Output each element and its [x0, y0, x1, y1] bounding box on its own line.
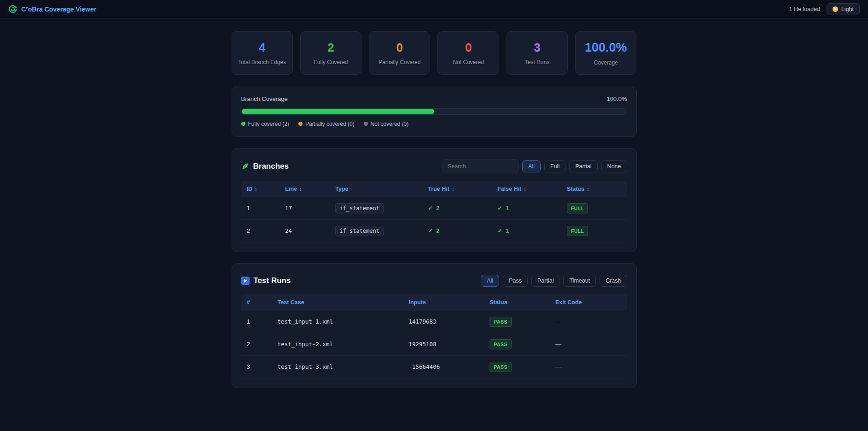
branch-line: 17 [280, 197, 330, 220]
run-inputs: 14179683 [403, 311, 484, 333]
sort-icon: ↕ [524, 186, 526, 192]
test-runs-panel-title: Test Runs [241, 276, 291, 285]
legend-dot-orange [298, 122, 303, 126]
stat-value: 4 [236, 41, 289, 54]
column-header-type: Type [330, 181, 422, 197]
run-exit-code: — [550, 311, 627, 333]
play-icon [241, 277, 250, 285]
test-runs-table: # Test Case Inputs Status Exit Code 1 te… [241, 294, 627, 378]
branch-id: 1 [241, 197, 280, 220]
coverage-bar-fill [242, 109, 434, 114]
branches-filter-full[interactable]: Full [544, 160, 565, 172]
run-exit-code: — [550, 355, 627, 378]
sort-icon: ↕ [255, 186, 257, 192]
column-label: Exit Code [555, 299, 582, 306]
branches-title-text: Branches [253, 162, 289, 171]
branches-filter-all[interactable]: All [522, 160, 541, 172]
logo-icon [8, 5, 17, 14]
column-header-id[interactable]: ID↕ [241, 181, 280, 197]
branch-type-chip: if_statement [335, 203, 384, 213]
run-status-badge: PASS [489, 317, 511, 327]
column-label: Type [335, 186, 348, 192]
run-test-case: test_input-3.xml [272, 355, 403, 378]
sort-icon: ↕ [452, 186, 454, 192]
sort-icon: ↕ [299, 186, 302, 192]
branches-search-input[interactable] [443, 159, 518, 173]
run-inputs: -15664406 [403, 355, 484, 378]
branch-id: 2 [241, 219, 280, 242]
run-test-case: test_input-1.xml [272, 311, 403, 333]
legend-dot-gray [364, 122, 368, 126]
runs-filter-crash[interactable]: Crash [600, 275, 627, 287]
column-label: Test Case [278, 299, 304, 306]
file-status: 1 file loaded [789, 6, 820, 12]
branches-filter-none[interactable]: None [601, 160, 627, 172]
column-label: Line [285, 186, 297, 192]
branches-filter-partial[interactable]: Partial [569, 160, 597, 172]
legend-label: Partially covered (0) [305, 121, 355, 127]
column-header-true-hit[interactable]: True Hit↕ [422, 181, 492, 197]
runs-filter-pass[interactable]: Pass [503, 275, 528, 287]
run-number: 2 [241, 333, 272, 355]
stat-label: Fully Covered [304, 59, 357, 65]
runs-filter-partial[interactable]: Partial [531, 275, 559, 287]
column-label: Status [567, 186, 584, 192]
status-badge: FULL [567, 226, 588, 236]
stat-value: 2 [304, 41, 357, 54]
branch-line: 24 [280, 219, 330, 242]
stat-card-test-runs: 3 Test Runs [507, 31, 568, 75]
stat-label: Partially Covered [373, 59, 426, 65]
theme-toggle-button[interactable]: Light [827, 3, 860, 15]
stat-value: 3 [511, 41, 564, 54]
branches-panel-title: Branches [241, 162, 289, 171]
column-label: False Hit [497, 186, 521, 192]
legend-item-not-covered: Not covered (0) [364, 121, 409, 127]
column-label: # [247, 299, 250, 306]
column-header-inputs: Inputs [403, 294, 484, 311]
main-content: 4 Total Branch Edges 2 Fully Covered 0 P… [232, 18, 637, 407]
false-hit-count: 1 [506, 227, 509, 234]
test-runs-panel: Test Runs All Pass Partial Timeout Crash… [232, 263, 637, 388]
legend-label: Fully covered (2) [248, 121, 289, 127]
column-header-exit-code: Exit Code [550, 294, 627, 311]
coverage-percent: 100.0% [606, 95, 627, 102]
stat-label: Test Runs [511, 59, 564, 65]
column-label: True Hit [428, 186, 449, 192]
branch-coverage-panel: Branch Coverage 100.0% Fully covered (2)… [232, 86, 637, 137]
branches-table: ID↕ Line↕ Type True Hit↕ False Hit↕ [241, 181, 627, 242]
run-number: 3 [241, 355, 272, 378]
stat-value: 100.0% [579, 41, 632, 55]
stat-value: 0 [442, 41, 495, 54]
check-icon: ✓ [497, 227, 502, 234]
test-run-row: 1 test_input-1.xml 14179683 PASS — [241, 311, 627, 333]
column-header-false-hit[interactable]: False Hit↕ [492, 181, 561, 197]
stat-card-not-covered: 0 Not Covered [437, 31, 499, 75]
branch-type-chip: if_statement [335, 226, 384, 236]
column-header-line[interactable]: Line↕ [280, 181, 330, 197]
check-icon: ✓ [428, 227, 433, 234]
legend-item-partially-covered: Partially covered (0) [298, 121, 355, 127]
column-label: Inputs [408, 299, 426, 306]
column-label: ID [247, 186, 253, 192]
column-header-status: Status [484, 294, 549, 311]
check-icon: ✓ [428, 205, 433, 212]
run-inputs: 19295108 [403, 333, 484, 355]
stat-card-fully-covered: 2 Fully Covered [300, 31, 361, 75]
runs-filter-all[interactable]: All [481, 275, 499, 287]
column-header-status[interactable]: Status↕ [561, 181, 627, 197]
stat-label: Total Branch Edges [236, 59, 289, 65]
check-icon: ✓ [497, 205, 502, 212]
coverage-bar-track [241, 108, 627, 115]
runs-filter-timeout[interactable]: Timeout [563, 275, 596, 287]
app-title: C²oBra Coverage Viewer [21, 6, 96, 13]
run-status-badge: PASS [489, 362, 511, 372]
column-header-test-case: Test Case [272, 294, 403, 311]
branch-row: 1 17 if_statement ✓2 ✓1 FULL [241, 197, 627, 220]
run-number: 1 [241, 311, 272, 333]
stat-value: 0 [373, 41, 426, 54]
stat-label: Coverage [579, 59, 632, 66]
sun-icon [833, 6, 838, 12]
branch-row: 2 24 if_statement ✓2 ✓1 FULL [241, 219, 627, 242]
coverage-legend: Fully covered (2) Partially covered (0) … [241, 121, 627, 127]
test-runs-title-text: Test Runs [254, 276, 291, 285]
